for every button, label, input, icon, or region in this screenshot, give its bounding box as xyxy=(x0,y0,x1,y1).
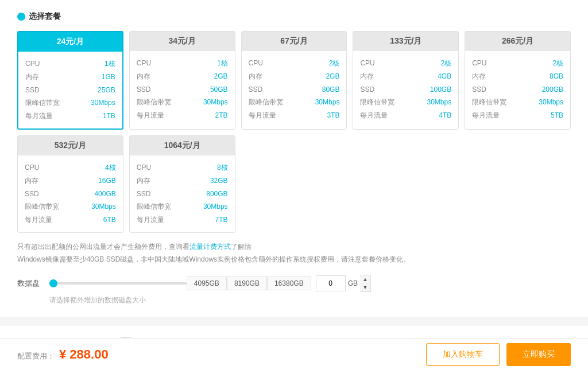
plan-price-r2-0: 532元/月 xyxy=(18,136,123,155)
traffic-link[interactable]: 流量计费方式 xyxy=(189,243,231,251)
plan-price-4: 266元/月 xyxy=(465,32,570,51)
plan-card-0[interactable]: 24元/月 CPU1核 内存1GB SSD25GB 限峰信带宽30Mbps 每月… xyxy=(17,31,123,130)
disk-spin-up[interactable]: ▲ xyxy=(360,275,370,283)
disk-spin: ▲ ▼ xyxy=(360,275,371,292)
notice-line2: Windows镜像需要至少40GB SSD磁盘，非中国大陆地域Windows实例… xyxy=(17,254,571,266)
disk-spin-down[interactable]: ▼ xyxy=(360,283,370,291)
disk-label: 数据盘 xyxy=(17,278,40,289)
plan-details-0: CPU1核 内存1GB SSD25GB 限峰信带宽30Mbps 每月流量1TB xyxy=(18,52,122,128)
footer-actions: 加入购物车 立即购买 xyxy=(426,343,571,366)
section-plans-title: 选择套餐 xyxy=(29,11,61,22)
footer-bar: 配置费用： ¥ 288.00 加入购物车 立即购买 xyxy=(0,338,588,370)
plans-icon xyxy=(17,13,25,21)
disk-slider[interactable] xyxy=(49,282,187,285)
disk-mark-2[interactable]: 16380GB xyxy=(267,276,311,290)
disk-mark-1[interactable]: 8190GB xyxy=(227,276,267,290)
footer-price-label: 配置费用： xyxy=(17,351,55,361)
footer-price: ¥ 288.00 xyxy=(59,347,109,362)
plan-card-r2-0[interactable]: 532元/月 CPU4核 内存16GB SSD400GB 限峰信带宽30Mbps… xyxy=(17,135,123,233)
buy-now-button[interactable]: 立即购买 xyxy=(506,343,571,366)
disk-mark-0[interactable]: 4095GB xyxy=(187,276,227,290)
plan-price-r2-1: 1064元/月 xyxy=(130,136,235,155)
plan-card-r2-1[interactable]: 1064元/月 CPU8核 内存32GB SSD800GB 限峰信带宽30Mbp… xyxy=(129,135,235,233)
plan-details-2: CPU2核 内存2GB SSD80GB 限峰信带宽30Mbps 每月流量3TB xyxy=(242,51,347,128)
plan-card-4[interactable]: 266元/月 CPU2核 内存8GB SSD200GB 限峰信带宽30Mbps … xyxy=(465,31,571,130)
disk-unit: GB xyxy=(348,279,358,287)
plan-card-3[interactable]: 133元/月 CPU2核 内存4GB SSD100GB 限峰信带宽30Mbps … xyxy=(353,31,459,130)
plan-price-1: 34元/月 xyxy=(130,32,235,51)
plan-details-r2-0: CPU4核 内存16GB SSD400GB 限峰信带宽30Mbps 每月流量6T… xyxy=(18,155,123,232)
disk-slider-wrap: 4095GB8190GB16380GB GB ▲ ▼ xyxy=(49,275,371,292)
plan-card-1[interactable]: 34元/月 CPU1核 内存2GB SSD50GB 限峰信带宽30Mbps 每月… xyxy=(129,31,235,130)
section-plans-header: 选择套餐 xyxy=(17,11,571,22)
plan-details-4: CPU2核 内存8GB SSD200GB 限峰信带宽30Mbps 每月流量5TB xyxy=(465,51,570,128)
plan-price-3: 133元/月 xyxy=(353,32,458,51)
plan-details-1: CPU1核 内存2GB SSD50GB 限峰信带宽30Mbps 每月流量2TB xyxy=(130,51,235,128)
plans-row1: 24元/月 CPU1核 内存1GB SSD25GB 限峰信带宽30Mbps 每月… xyxy=(17,31,571,130)
add-to-cart-button[interactable]: 加入购物车 xyxy=(426,343,500,366)
footer-left: 配置费用： ¥ 288.00 xyxy=(17,347,109,362)
notice-line1: 只有超出出配额的公网出流量才会产生额外费用，查询看流量计费方式了解情 xyxy=(17,241,571,254)
plans-row2: 532元/月 CPU4核 内存16GB SSD400GB 限峰信带宽30Mbps… xyxy=(17,135,571,233)
disk-input[interactable] xyxy=(316,275,346,291)
section-plans: 选择套餐 24元/月 CPU1核 内存1GB SSD25GB 限峰信带宽30Mb… xyxy=(0,0,588,321)
plan-card-2[interactable]: 67元/月 CPU2核 内存2GB SSD80GB 限峰信带宽30Mbps 每月… xyxy=(241,31,347,130)
disk-input-wrap: GB ▲ ▼ xyxy=(316,275,371,292)
page-wrapper: 选择套餐 24元/月 CPU1核 内存1GB SSD25GB 限峰信带宽30Mb… xyxy=(0,0,588,370)
plan-price-2: 67元/月 xyxy=(242,32,347,51)
disk-hint: 请选择额外增加的数据磁盘大小 xyxy=(49,295,571,305)
plan-details-r2-1: CPU8核 内存32GB SSD800GB 限峰信带宽30Mbps 每月流量7T… xyxy=(130,155,235,232)
plan-price-0: 24元/月 xyxy=(18,32,122,52)
plan-details-3: CPU2核 内存4GB SSD100GB 限峰信带宽30Mbps 每月流量4TB xyxy=(353,51,458,128)
disk-row: 数据盘 4095GB8190GB16380GB GB ▲ ▼ xyxy=(17,275,571,292)
notice-text: 只有超出出配额的公网出流量才会产生额外费用，查询看流量计费方式了解情 Windo… xyxy=(17,241,571,266)
disk-marks: 4095GB8190GB16380GB xyxy=(187,276,311,290)
